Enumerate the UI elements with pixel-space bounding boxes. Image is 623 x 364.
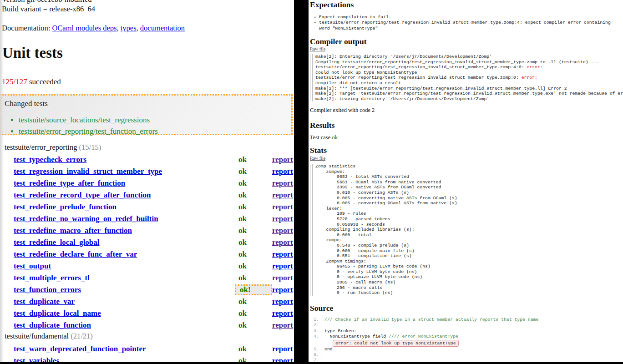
doc-link-types[interactable]: types xyxy=(121,24,137,32)
stats-line: 5720 - parsed tokens xyxy=(315,217,585,222)
report-link[interactable]: report xyxy=(272,167,294,176)
test-name-link[interactable]: test_output xyxy=(14,262,51,270)
stats-line: 0 - run function (ns) xyxy=(315,290,585,296)
test-status: ok xyxy=(235,321,272,330)
test-name-link[interactable]: test_redefine_no_warning_on_redef_builti… xyxy=(14,214,158,223)
report-link[interactable]: report xyxy=(272,262,294,271)
report-link[interactable]: report xyxy=(272,155,294,164)
stats-line: 96455 - parsing LLVM byte code (ns) xyxy=(315,264,585,269)
test-list-error-reporting: test_typecheck_errorsokreporttest_regres… xyxy=(0,154,294,331)
unit-tests-page: Version git-6ce1cbb-modified Build varia… xyxy=(0,0,294,362)
source-heading: Source xyxy=(310,303,333,313)
test-name-cell: test_redefine_record_type_after_function xyxy=(14,191,235,200)
source-line-code xyxy=(321,358,620,362)
test-name-link[interactable]: test_multiple_errors_tl xyxy=(14,273,90,282)
compiler-text: make[2]: Leaving directory `/Users/jr/Do… xyxy=(315,96,489,101)
test-name-cell: test_redefine_prelude_function xyxy=(14,202,235,212)
report-link[interactable]: report xyxy=(272,273,294,283)
test-name-link[interactable]: test_duplicate_function xyxy=(14,321,91,329)
doc-link-documentation[interactable]: documentation xyxy=(140,24,185,32)
source-code-text: end xyxy=(324,347,333,352)
test-status: ok xyxy=(235,309,272,318)
report-link[interactable]: report xyxy=(272,285,294,294)
compiler-output-block: make[2]: Entering directory `/Users/jr/D… xyxy=(310,54,623,101)
report-link[interactable]: report xyxy=(272,226,294,235)
test-list-fundamental: test_warn_deprecated_function_pointerokr… xyxy=(0,343,294,362)
source-line: 2. xyxy=(310,323,620,328)
report-link[interactable]: report xyxy=(272,250,294,259)
test-name-link[interactable]: test_redefine_macro_after_function xyxy=(14,226,132,235)
stats-line: 2065 - call macro (ns) xyxy=(315,280,585,285)
stats-line: 0.000 - compile main file (s) xyxy=(315,248,585,254)
compiler-text: testsuite/error_reporting/test_regressio… xyxy=(315,75,522,80)
test-name-link[interactable]: test_duplicate_local_name xyxy=(14,309,101,318)
test-status-highlighted: ok! xyxy=(235,284,272,295)
test-status: ok xyxy=(235,273,272,283)
test-row: test_redefine_declare_func_after_varokre… xyxy=(0,248,294,260)
test-name-link[interactable]: test_redefine_record_type_after_function xyxy=(14,191,151,199)
test-name-link[interactable]: test_variables xyxy=(14,356,59,362)
test-status: ok xyxy=(235,344,272,354)
stats-line: 0.010 - converting ASTs (s) xyxy=(315,190,585,196)
test-row: test_redefine_no_warning_on_redef_builti… xyxy=(0,213,294,225)
test-name-link[interactable]: test_redefine_local_global xyxy=(14,238,100,247)
report-link[interactable]: report xyxy=(272,321,294,330)
test-name-cell: test_output xyxy=(14,262,235,271)
stats-line: 9053 - total ASTs converted xyxy=(315,174,585,180)
test-name-link[interactable]: test_warn_deprecated_function_pointer xyxy=(14,344,146,353)
report-link[interactable]: report xyxy=(272,214,294,223)
changed-test-item: testsuite/error_reporting/test_function_… xyxy=(19,126,291,137)
stats-line: 0.000 - total xyxy=(315,233,585,238)
source-line: error: could not look up type NonExistan… xyxy=(310,340,620,347)
test-row: test_redefine_macro_after_functionokrepo… xyxy=(0,225,294,237)
stats-line: 0 - optimize LLVM byte code (ns) xyxy=(315,274,585,280)
report-link[interactable]: report xyxy=(272,309,294,318)
test-name-link[interactable]: test_regression_invalid_struct_member_ty… xyxy=(14,167,162,176)
stats-line: lexer: xyxy=(315,206,585,212)
source-line: 1./// Checks if an invalid type in a str… xyxy=(310,317,620,323)
test-status: ok xyxy=(235,262,272,271)
test-row: test_variablesokreport xyxy=(0,355,294,362)
compiler-output-line: make[2]: *** [testsuite/error_reporting/… xyxy=(315,86,623,91)
report-link[interactable]: report xyxy=(272,238,294,247)
test-name-link[interactable]: test_typecheck_errors xyxy=(14,155,86,164)
test-status: ok xyxy=(235,250,272,259)
source-comment: //// error NonExistantType xyxy=(389,334,458,339)
test-name-link[interactable]: test_redefine_prelude_function xyxy=(14,202,116,211)
source-line-number xyxy=(310,340,321,347)
compiler-raw-file-link[interactable]: Raw file xyxy=(310,46,325,51)
report-link[interactable]: report xyxy=(272,179,294,188)
doc-link-ocaml-modules-deps[interactable]: OCaml modules deps xyxy=(52,24,116,32)
results-heading: Results xyxy=(310,121,334,130)
window-divider xyxy=(294,0,309,364)
test-name-link[interactable]: test_function_errors xyxy=(14,285,81,294)
test-name-cell: test_variables xyxy=(14,356,235,362)
source-line-number: 7. xyxy=(310,358,321,362)
test-row: test_function_errorsok!report xyxy=(0,284,294,296)
source-line-number: 4. xyxy=(310,334,321,339)
section-name: testsuite/error_reporting xyxy=(5,143,79,152)
test-row: test_duplicate_functionokreport xyxy=(0,319,294,331)
compiler-text: make[2]: Target `testsuite/error_reporti… xyxy=(315,91,623,96)
report-link[interactable]: report xyxy=(272,297,294,306)
test-name-cell: test_redefine_local_global xyxy=(14,238,235,247)
compiler-text: Compiling testsuite/error_reporting/test… xyxy=(315,60,599,65)
test-name-link[interactable]: test_redefine_type_after_function xyxy=(14,179,125,187)
test-row: test_duplicate_local_nameokreport xyxy=(0,308,294,319)
report-link[interactable]: report xyxy=(272,356,294,362)
report-link[interactable]: report xyxy=(272,344,294,354)
source-line-code xyxy=(321,323,620,328)
test-status: ok xyxy=(235,238,272,247)
report-link[interactable]: report xyxy=(272,202,294,212)
compiler-error-text: error: xyxy=(522,75,537,80)
compiler-text: make[2]: *** [testsuite/error_reporting/… xyxy=(315,86,567,91)
test-report-page: Expectations Expect compilation to fail.… xyxy=(309,0,623,362)
test-status: ok xyxy=(235,202,272,212)
test-name-cell: test_redefine_no_warning_on_redef_builti… xyxy=(14,214,235,223)
test-name-cell: test_redefine_type_after_function xyxy=(14,179,235,188)
test-name-link[interactable]: test_duplicate_var xyxy=(14,297,75,306)
report-link[interactable]: report xyxy=(272,191,294,200)
test-name-link[interactable]: test_redefine_declare_func_after_var xyxy=(14,250,137,258)
stats-raw-file-link[interactable]: Raw file xyxy=(310,156,325,161)
compiler-error-text: error: xyxy=(527,65,542,70)
